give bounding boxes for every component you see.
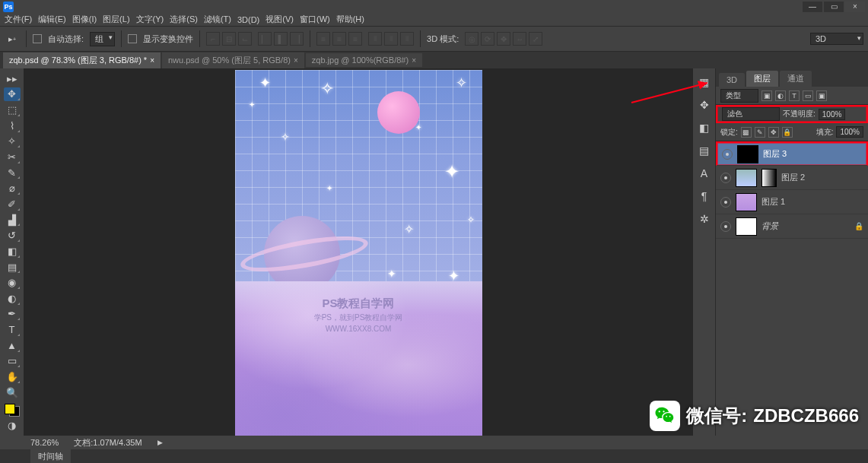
lasso-tool[interactable]: ⌇	[4, 119, 21, 133]
crop-tool[interactable]: ✂	[4, 150, 21, 164]
move-tool-icon[interactable]: ▸+	[5, 31, 20, 46]
3d-orbit-icon[interactable]: ◎	[465, 32, 479, 46]
lock-pos-icon[interactable]: ✥	[768, 127, 779, 138]
visibility-icon[interactable]	[720, 173, 731, 183]
workspace-dropdown[interactable]: 3D	[810, 33, 863, 45]
dist-right-icon[interactable]: ⦀	[400, 32, 414, 46]
menu-layer[interactable]: 图层(L)	[103, 14, 129, 25]
marquee-tool[interactable]: ⬚	[4, 103, 21, 117]
hand-tool[interactable]: ✋	[4, 369, 21, 384]
3d-roll-icon[interactable]: ⟳	[481, 32, 494, 46]
pen-tool[interactable]: ✒	[4, 307, 21, 322]
zoom-tool[interactable]: 🔍	[4, 385, 21, 400]
lock-pixel-icon[interactable]: ✎	[755, 127, 765, 138]
healing-tool[interactable]: ⌀	[4, 181, 21, 195]
visibility-icon[interactable]	[720, 197, 731, 208]
filter-kind-dropdown[interactable]: 类型	[720, 89, 758, 103]
brush-tool[interactable]: ✐	[4, 197, 21, 211]
paragraph-icon[interactable]: ¶	[697, 189, 712, 204]
tab-close-icon[interactable]: ×	[294, 56, 298, 65]
auto-select-checkbox[interactable]	[33, 34, 42, 43]
tab-2[interactable]: zqb.jpg @ 100%(RGB/8#)×	[306, 53, 422, 67]
blend-mode-dropdown[interactable]: 滤色	[722, 107, 780, 121]
align-vcenter-icon[interactable]: ⊟	[222, 32, 236, 46]
align-left-icon[interactable]: ▏	[258, 32, 272, 46]
3d-pan-icon[interactable]: ✥	[497, 32, 510, 46]
minimize-button[interactable]: —	[803, 2, 822, 12]
filter-type-icon[interactable]: T	[789, 90, 800, 101]
menu-image[interactable]: 图像(I)	[72, 14, 97, 25]
menu-file[interactable]: 文件(F)	[5, 14, 32, 25]
history-brush-tool[interactable]: ↺	[4, 228, 21, 243]
layer-name[interactable]: 图层 1	[761, 196, 785, 208]
maximize-button[interactable]: ▭	[824, 2, 844, 12]
gradient-tool[interactable]: ▤	[4, 260, 21, 274]
layer-name[interactable]: 图层 3	[763, 148, 787, 160]
menu-edit[interactable]: 编辑(E)	[38, 14, 66, 25]
layer-thumb[interactable]	[736, 169, 757, 187]
filter-smart-icon[interactable]: ▣	[816, 90, 827, 101]
filter-pixel-icon[interactable]: ▣	[761, 90, 772, 101]
layer-thumb[interactable]	[736, 193, 757, 211]
dodge-tool[interactable]: ◐	[4, 291, 21, 306]
styles-icon[interactable]: ✲	[697, 211, 712, 227]
menu-select[interactable]: 选择(S)	[170, 14, 198, 25]
3d-slide-icon[interactable]: ↔	[513, 32, 526, 46]
align-right-icon[interactable]: ▕	[290, 32, 304, 46]
show-transform-checkbox[interactable]	[128, 34, 137, 43]
layer-thumb[interactable]	[737, 145, 758, 163]
quickmask-tool[interactable]: ◑	[4, 418, 21, 433]
move-tool[interactable]: ✥	[4, 87, 21, 102]
zoom-level[interactable]: 78.26%	[30, 438, 59, 447]
path-select-tool[interactable]: ▲	[4, 338, 21, 353]
eyedropper-tool[interactable]: ✎	[4, 166, 21, 180]
align-top-icon[interactable]: ⌐	[206, 32, 220, 46]
fill-field[interactable]: 100%	[836, 126, 863, 138]
navigator-icon[interactable]: ✥	[697, 97, 712, 113]
layer-name[interactable]: 背景	[761, 220, 778, 232]
layer-name[interactable]: 图层 2	[781, 172, 805, 183]
dist-bottom-icon[interactable]: ≡	[348, 32, 362, 46]
layer-row[interactable]: 图层 2	[716, 166, 868, 190]
auto-select-dropdown[interactable]: 组	[90, 32, 115, 46]
dist-vcenter-icon[interactable]: ≡	[332, 32, 346, 46]
magic-wand-tool[interactable]: ✧	[4, 135, 21, 149]
tab-0[interactable]: zqb.psd @ 78.3% (图层 3, RGB/8#) *×	[3, 52, 161, 68]
tab-close-icon[interactable]: ×	[412, 56, 416, 65]
tab-close-icon[interactable]: ×	[150, 56, 154, 65]
menu-3d[interactable]: 3D(D)	[237, 15, 259, 24]
opacity-field[interactable]: 100%	[819, 109, 846, 120]
filter-adjust-icon[interactable]: ◐	[775, 90, 786, 101]
layer-row[interactable]: 图层 3	[716, 141, 868, 166]
histogram-icon[interactable]: ▦	[697, 75, 712, 90]
dist-left-icon[interactable]: ⦀	[368, 32, 382, 46]
filter-shape-icon[interactable]: ▭	[803, 90, 813, 101]
arrows-icon[interactable]: ▸▸	[4, 71, 21, 86]
menu-help[interactable]: 帮助(H)	[336, 14, 364, 25]
stamp-tool[interactable]: ▟	[4, 213, 21, 227]
tab-1[interactable]: nwu.psd @ 50% (图层 5, RGB/8)×	[162, 52, 304, 68]
visibility-icon[interactable]	[722, 149, 733, 160]
lock-trans-icon[interactable]: ▩	[741, 127, 752, 138]
3d-scale-icon[interactable]: ⤢	[529, 32, 542, 46]
align-bottom-icon[interactable]: ⌙	[238, 32, 252, 46]
menu-filter[interactable]: 滤镜(T)	[204, 14, 231, 25]
blur-tool[interactable]: ◉	[4, 275, 21, 290]
menu-type[interactable]: 文字(Y)	[136, 14, 164, 25]
layer-row[interactable]: 图层 1	[716, 190, 868, 214]
menu-view[interactable]: 视图(V)	[265, 14, 294, 25]
type-tool[interactable]: T	[4, 322, 21, 337]
canvas-area[interactable]: ✦ ✧ ✦ ✧ ✧ ✦ ✦ ✧ ✧ ✦ ✦ ✦ PS教程自学网 学PS，就到PS…	[24, 68, 693, 436]
tab-channels[interactable]: 通道	[780, 71, 812, 87]
shape-tool[interactable]: ▭	[4, 354, 21, 369]
color-icon[interactable]: ◧	[697, 120, 712, 135]
mask-thumb[interactable]	[761, 169, 777, 187]
character-icon[interactable]: A	[697, 166, 712, 181]
dist-top-icon[interactable]: ≡	[316, 32, 330, 46]
align-hcenter-icon[interactable]: ▌	[274, 32, 288, 46]
lock-all-icon[interactable]: 🔒	[782, 127, 793, 138]
swatches-icon[interactable]: ▤	[697, 143, 712, 158]
visibility-icon[interactable]	[720, 221, 731, 232]
menu-window[interactable]: 窗口(W)	[300, 14, 330, 25]
tab-layers[interactable]: 图层	[746, 71, 778, 87]
